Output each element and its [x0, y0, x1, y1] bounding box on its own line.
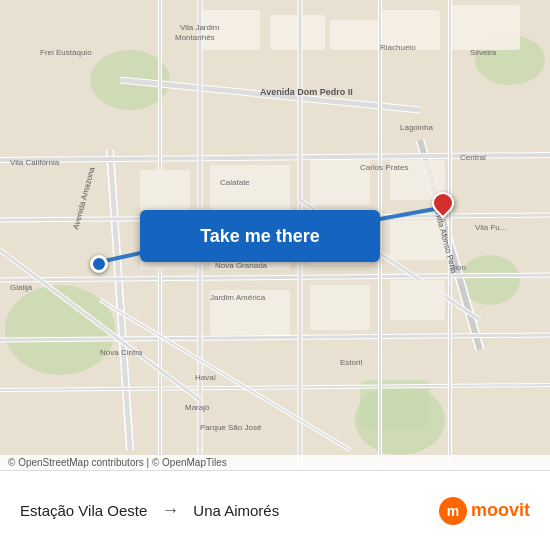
svg-text:Glalijá: Glalijá [10, 283, 33, 292]
svg-text:Parque São José: Parque São José [200, 423, 262, 432]
svg-text:Carlos Prates: Carlos Prates [360, 163, 408, 172]
svg-text:Marajó: Marajó [185, 403, 210, 412]
svg-text:Central: Central [460, 153, 486, 162]
svg-text:Montanhês: Montanhês [175, 33, 215, 42]
svg-rect-44 [140, 170, 190, 210]
svg-point-1 [5, 285, 115, 375]
svg-rect-11 [450, 5, 520, 50]
moovit-brand-name: moovit [471, 500, 530, 521]
svg-text:Nova Cintra: Nova Cintra [100, 348, 143, 357]
svg-text:Lagoinha: Lagoinha [400, 123, 433, 132]
destination-marker [432, 192, 454, 220]
svg-rect-45 [210, 165, 290, 210]
svg-text:Nova Granada: Nova Granada [215, 261, 268, 270]
svg-text:Avenida Dom Pedro II: Avenida Dom Pedro II [260, 87, 353, 97]
svg-text:Riachuelo: Riachuelo [380, 43, 416, 52]
svg-rect-51 [310, 285, 370, 330]
destination-label: Una Aimorés [193, 502, 279, 519]
svg-rect-9 [330, 20, 380, 50]
svg-text:Estoril: Estoril [340, 358, 362, 367]
svg-text:Sion: Sion [450, 263, 466, 272]
svg-text:Jardim América: Jardim América [210, 293, 266, 302]
moovit-icon: m [439, 497, 467, 525]
svg-text:Vila Jardim: Vila Jardim [180, 23, 220, 32]
svg-text:Vila Fu...: Vila Fu... [475, 223, 506, 232]
svg-rect-53 [390, 220, 445, 260]
moovit-logo: m moovit [439, 497, 530, 525]
svg-text:Calafate: Calafate [220, 178, 250, 187]
attribution-text: © OpenStreetMap contributors | © OpenMap… [8, 457, 227, 468]
origin-marker [90, 255, 108, 273]
map-container: Frei Eustáquio Vila Jardim Montanhês Ria… [0, 0, 550, 470]
bottom-bar: Estação Vila Oeste → Una Aimorés m moovi… [0, 470, 550, 550]
svg-text:Havaí: Havaí [195, 373, 217, 382]
route-info: Estação Vila Oeste → Una Aimorés [20, 500, 439, 521]
map-attribution: © OpenStreetMap contributors | © OpenMap… [0, 455, 550, 470]
svg-text:Vila Califórnia: Vila Califórnia [10, 158, 60, 167]
take-me-there-button[interactable]: Take me there [140, 210, 380, 262]
origin-label: Estação Vila Oeste [20, 502, 147, 519]
svg-text:Frei Eustáquio: Frei Eustáquio [40, 48, 92, 57]
route-arrow: → [161, 500, 179, 521]
svg-text:Silveira: Silveira [470, 48, 497, 57]
svg-rect-54 [390, 280, 445, 320]
